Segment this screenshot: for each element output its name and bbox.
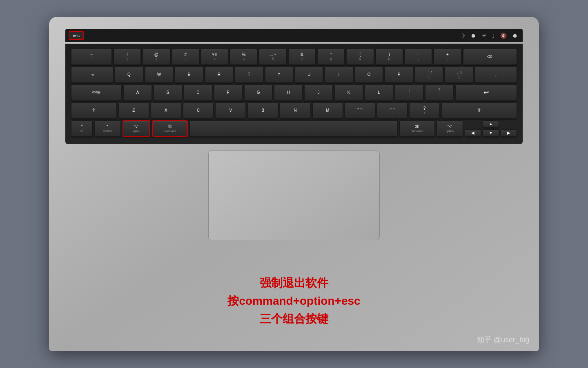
key-3[interactable]: #3 bbox=[172, 49, 199, 65]
key-slash[interactable]: ?/ bbox=[409, 102, 440, 119]
volume-icon: ♩ bbox=[492, 33, 494, 39]
key-lbracket[interactable]: 「 {[ bbox=[415, 67, 443, 83]
record-icon: ⏺ bbox=[512, 33, 518, 39]
key-q[interactable]: Q bbox=[115, 67, 143, 83]
key-command-left[interactable]: ⌘ command bbox=[152, 120, 188, 137]
key-4[interactable]: ¥ $4 bbox=[201, 49, 228, 65]
key-f[interactable]: F bbox=[214, 84, 243, 101]
key-minus[interactable]: –- bbox=[405, 49, 432, 65]
key-control[interactable]: ⌃ control bbox=[94, 120, 121, 137]
key-space[interactable] bbox=[189, 120, 398, 137]
key-j[interactable]: J bbox=[304, 84, 333, 101]
asdf-row: 中/英 A S D F G H J K L :; "' ↩ bbox=[71, 84, 517, 101]
key-n[interactable]: N bbox=[280, 102, 310, 119]
keyboard-body: ~ ` !1 @2 #3 ¥ $4 %5 … ^6 & bbox=[65, 44, 523, 144]
trackpad-area bbox=[65, 144, 523, 244]
key-shift-right[interactable]: ⇧ bbox=[441, 102, 517, 119]
touch-bar: esc ☽ ⏺ ✳ ♩ 🔇 ⏺ bbox=[65, 29, 523, 42]
key-h[interactable]: H bbox=[274, 84, 303, 101]
bottom-row: ^ fn ⌃ control ⌥ option ⌘ command bbox=[71, 120, 517, 137]
qwerty-row: ⇥ Q W E R T Y U I O P 「 {[ 」 }] |\ bbox=[71, 67, 517, 83]
brightness-icon: ✳ bbox=[482, 33, 486, 39]
number-row: ~ ` !1 @2 #3 ¥ $4 %5 … ^6 & bbox=[71, 49, 517, 65]
key-p[interactable]: P bbox=[385, 67, 413, 83]
key-arrow-up[interactable]: ▲ bbox=[483, 120, 499, 128]
key-2[interactable]: @2 bbox=[143, 49, 170, 65]
instruction-line3: 三个组合按键 bbox=[227, 311, 360, 327]
key-arrow-right[interactable]: ▶ bbox=[501, 129, 517, 137]
key-l[interactable]: L bbox=[365, 84, 393, 101]
key-backslash[interactable]: |\ bbox=[475, 67, 517, 83]
key-s[interactable]: S bbox=[154, 84, 182, 101]
key-7[interactable]: &7 bbox=[288, 49, 316, 65]
key-tab[interactable]: ⇥ bbox=[71, 67, 113, 83]
key-shift-left[interactable]: ⇧ bbox=[71, 102, 117, 119]
key-t[interactable]: T bbox=[235, 67, 263, 83]
instruction-overlay: 强制退出软件 按command+option+esc 三个组合按键 bbox=[227, 275, 360, 327]
key-o[interactable]: O bbox=[355, 67, 383, 83]
key-fn[interactable]: ^ fn bbox=[71, 120, 93, 137]
key-arrow-down[interactable]: ▼ bbox=[483, 129, 499, 137]
laptop: esc ☽ ⏺ ✳ ♩ 🔇 ⏺ ~ ` !1 @2 bbox=[49, 17, 539, 351]
key-b[interactable]: B bbox=[247, 102, 278, 119]
instruction-line2: 按command+option+esc bbox=[227, 293, 360, 309]
key-x[interactable]: X bbox=[151, 102, 181, 119]
trackpad[interactable] bbox=[208, 151, 380, 240]
key-rbracket[interactable]: 」 }] bbox=[445, 67, 473, 83]
key-u[interactable]: U bbox=[295, 67, 323, 83]
circle-icon: ⏺ bbox=[471, 33, 476, 39]
key-w[interactable]: W bbox=[145, 67, 173, 83]
key-y[interactable]: Y bbox=[265, 67, 293, 83]
esc-key[interactable]: esc bbox=[69, 31, 84, 40]
mute-icon: 🔇 bbox=[500, 33, 507, 39]
key-r[interactable]: R bbox=[205, 67, 233, 83]
key-enter[interactable]: ↩ bbox=[455, 84, 517, 101]
key-c[interactable]: C bbox=[183, 102, 214, 119]
touch-bar-icons: ☽ ⏺ ✳ ♩ 🔇 ⏺ bbox=[460, 33, 518, 39]
key-z[interactable]: Z bbox=[118, 102, 149, 119]
key-quote[interactable]: "' bbox=[425, 84, 454, 101]
instruction-line1: 强制退出软件 bbox=[227, 275, 360, 291]
key-tab-left[interactable]: ~ ` bbox=[71, 49, 112, 65]
key-m[interactable]: M bbox=[312, 102, 343, 119]
moon-icon: ☽ bbox=[460, 33, 465, 39]
key-option-right[interactable]: ⌥ option bbox=[437, 120, 463, 137]
key-i[interactable]: I bbox=[325, 67, 353, 83]
key-comma[interactable]: « <, bbox=[345, 102, 375, 119]
zxcv-row: ⇧ Z X C V B N M « <, » >. ?/ ⇧ bbox=[71, 102, 517, 119]
key-equals[interactable]: += bbox=[434, 49, 461, 65]
key-period[interactable]: » >. bbox=[377, 102, 408, 119]
key-option-left[interactable]: ⌥ option bbox=[122, 120, 150, 137]
key-semicolon[interactable]: :; bbox=[395, 84, 423, 101]
key-8[interactable]: *8 bbox=[317, 49, 345, 65]
watermark: 知乎 @user_big bbox=[477, 335, 529, 345]
key-6[interactable]: … ^6 bbox=[259, 49, 286, 65]
key-g[interactable]: G bbox=[244, 84, 273, 101]
key-k[interactable]: K bbox=[334, 84, 363, 101]
key-v[interactable]: V bbox=[215, 102, 246, 119]
key-command-right[interactable]: ⌘ command bbox=[399, 120, 435, 137]
key-a[interactable]: A bbox=[123, 84, 152, 101]
key-arrow-left[interactable]: ◀ bbox=[465, 129, 481, 137]
key-caps[interactable]: 中/英 bbox=[71, 84, 122, 101]
key-9[interactable]: (9 bbox=[346, 49, 374, 65]
key-delete[interactable]: ⌫ bbox=[463, 49, 517, 65]
key-e[interactable]: E bbox=[175, 67, 203, 83]
key-d[interactable]: D bbox=[184, 84, 212, 101]
key-0[interactable]: )0 bbox=[376, 49, 403, 65]
key-1[interactable]: !1 bbox=[114, 49, 141, 65]
key-5[interactable]: %5 bbox=[230, 49, 257, 65]
